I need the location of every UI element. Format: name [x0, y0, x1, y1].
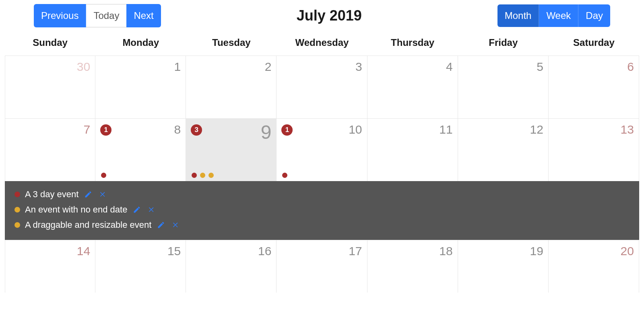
event-dot-icon — [208, 173, 214, 178]
event-color-icon — [14, 192, 20, 197]
weekday-header: Thursday — [367, 37, 458, 48]
day-number: 9 — [202, 123, 271, 142]
today-button[interactable]: Today — [86, 4, 126, 27]
day-cell[interactable]: 1 10 — [277, 119, 367, 181]
edit-icon[interactable] — [132, 205, 142, 215]
calendar-title: July 2019 — [297, 7, 362, 24]
event-item[interactable]: A 3 day event — [14, 187, 630, 202]
day-number: 13 — [553, 123, 634, 136]
day-cell[interactable]: 3 — [277, 56, 367, 118]
event-dot-icon — [192, 173, 197, 178]
day-number: 20 — [553, 244, 634, 258]
edit-icon[interactable] — [156, 220, 166, 230]
previous-button[interactable]: Previous — [34, 4, 86, 27]
calendar-week-row: 30 1 2 3 4 5 6 — [5, 56, 639, 118]
weekday-header-row: Sunday Monday Tuesday Wednesday Thursday… — [5, 37, 639, 56]
day-cell[interactable]: 14 — [5, 240, 95, 293]
day-view-button[interactable]: Day — [578, 4, 610, 27]
event-dots — [281, 170, 362, 178]
day-number: 30 — [10, 60, 90, 74]
day-cell[interactable]: 5 — [458, 56, 549, 118]
event-item[interactable]: A draggable and resizable event — [14, 217, 630, 233]
event-color-icon — [14, 222, 20, 228]
day-number: 2 — [191, 60, 271, 74]
day-number: 15 — [100, 244, 181, 258]
day-cell[interactable]: 15 — [95, 240, 186, 293]
day-cell[interactable]: 7 — [5, 119, 95, 181]
day-cell[interactable]: 16 — [186, 240, 277, 293]
day-number: 10 — [293, 123, 362, 136]
day-number: 12 — [463, 123, 543, 136]
event-dots — [100, 170, 181, 178]
calendar-toolbar: Previous Today Next July 2019 Month Week… — [5, 4, 639, 37]
day-cell[interactable]: 11 — [367, 119, 458, 181]
day-cell[interactable]: 6 — [549, 56, 639, 118]
day-cell[interactable]: 18 — [367, 240, 458, 293]
day-cell[interactable]: 20 — [549, 240, 639, 293]
day-events-panel: A 3 day event An event with no end date … — [5, 181, 639, 240]
event-count-badge[interactable]: 1 — [100, 124, 111, 136]
delete-icon[interactable] — [171, 220, 180, 230]
event-title: A draggable and resizable event — [25, 220, 151, 230]
day-number: 17 — [281, 244, 362, 258]
day-number: 8 — [111, 123, 181, 136]
day-number: 11 — [372, 123, 453, 136]
day-number: 14 — [10, 244, 90, 258]
delete-icon[interactable] — [147, 205, 156, 215]
event-dot-icon — [200, 173, 205, 178]
event-title: A 3 day event — [25, 189, 78, 200]
event-color-icon — [14, 207, 20, 213]
next-button[interactable]: Next — [126, 4, 161, 27]
event-item[interactable]: An event with no end date — [14, 202, 630, 217]
event-dot-icon — [101, 173, 106, 178]
calendar-week-row: 7 1 8 3 9 1 10 — [5, 118, 639, 181]
weekday-header: Tuesday — [186, 37, 277, 48]
event-count-badge[interactable]: 3 — [191, 124, 202, 136]
event-count-badge[interactable]: 1 — [281, 124, 293, 136]
weekday-header: Monday — [95, 37, 186, 48]
month-view-button[interactable]: Month — [497, 4, 539, 27]
day-number: 4 — [372, 60, 453, 74]
calendar-week-row: 14 15 16 17 18 19 20 — [5, 240, 639, 293]
nav-button-group: Previous Today Next — [34, 4, 161, 27]
day-number: 3 — [281, 60, 362, 74]
day-number: 18 — [372, 244, 453, 258]
day-number: 5 — [463, 60, 543, 74]
day-number: 6 — [553, 60, 634, 74]
day-number: 19 — [463, 244, 543, 258]
day-cell-active[interactable]: 3 9 — [186, 119, 277, 181]
weekday-header: Saturday — [549, 37, 639, 48]
day-number: 16 — [191, 244, 271, 258]
view-button-group: Month Week Day — [497, 4, 610, 27]
day-cell[interactable]: 4 — [367, 56, 458, 118]
day-cell[interactable]: 19 — [458, 240, 549, 293]
day-cell[interactable]: 17 — [277, 240, 367, 293]
delete-icon[interactable] — [98, 190, 107, 199]
weekday-header: Sunday — [5, 37, 95, 48]
edit-icon[interactable] — [83, 190, 93, 199]
day-cell[interactable]: 13 — [549, 119, 639, 181]
weekday-header: Friday — [458, 37, 549, 48]
event-dot-icon — [282, 173, 287, 178]
week-view-button[interactable]: Week — [539, 4, 578, 27]
weekday-header: Wednesday — [277, 37, 367, 48]
day-number: 7 — [10, 123, 90, 136]
day-cell[interactable]: 30 — [5, 56, 95, 118]
event-title: An event with no end date — [25, 204, 127, 215]
day-cell[interactable]: 12 — [458, 119, 549, 181]
day-cell[interactable]: 2 — [186, 56, 277, 118]
day-number: 1 — [100, 60, 181, 74]
event-dots — [191, 170, 271, 178]
day-cell[interactable]: 1 — [95, 56, 186, 118]
day-cell[interactable]: 1 8 — [95, 119, 186, 181]
